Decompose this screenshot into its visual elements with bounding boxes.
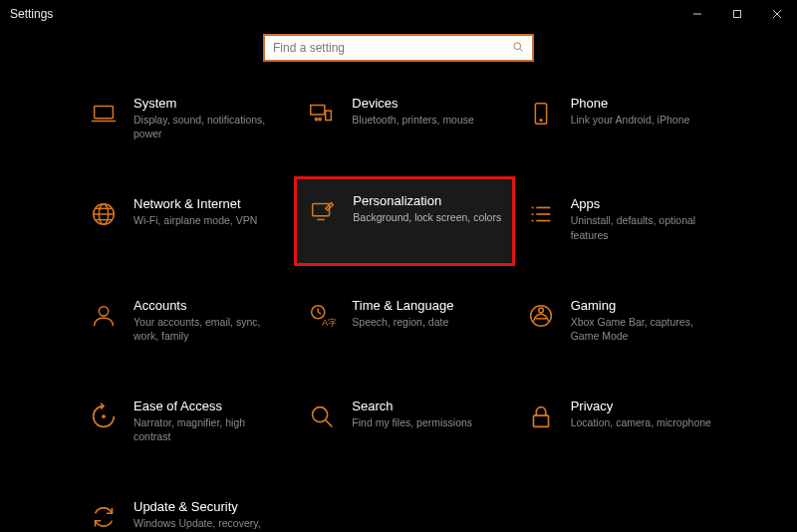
search-input[interactable]	[273, 41, 512, 55]
tile-title: Phone	[571, 96, 717, 111]
svg-rect-1	[734, 11, 741, 18]
tile-title: Devices	[352, 96, 498, 111]
tile-subtitle: Bluetooth, printers, mouse	[352, 113, 498, 127]
svg-line-30	[319, 312, 322, 314]
tile-subtitle: Display, sound, notifications, power	[133, 113, 280, 140]
svg-point-10	[316, 119, 318, 121]
tile-subtitle: Windows Update, recovery, backup	[133, 516, 280, 532]
tile-title: System	[133, 96, 280, 111]
tile-privacy[interactable]: Privacy Location, camera, microphone	[523, 393, 723, 449]
svg-rect-38	[533, 415, 548, 426]
svg-point-13	[540, 120, 542, 122]
tile-subtitle: Speech, region, date	[352, 315, 498, 329]
svg-point-4	[514, 42, 521, 49]
svg-text:A字: A字	[322, 318, 337, 328]
svg-point-36	[313, 407, 328, 422]
search-box[interactable]	[263, 34, 534, 62]
tile-subtitle: Background, lock screen, colors	[353, 210, 501, 224]
tile-title: Apps	[571, 196, 717, 211]
tile-ease-of-access[interactable]: Ease of Access Narrator, magnifier, high…	[86, 393, 286, 449]
tile-title: Update & Security	[133, 499, 280, 514]
tile-title: Network & Internet	[133, 196, 280, 211]
tile-subtitle: Location, camera, microphone	[571, 415, 717, 429]
time-language-icon: A字	[306, 300, 338, 332]
tile-system[interactable]: System Display, sound, notifications, po…	[86, 90, 286, 146]
svg-point-32	[530, 305, 551, 326]
tile-apps[interactable]: Apps Uninstall, defaults, optional featu…	[523, 190, 723, 247]
window-controls	[677, 0, 797, 28]
titlebar: Settings	[0, 0, 797, 28]
tile-subtitle: Narrator, magnifier, high contrast	[133, 415, 280, 443]
ease-of-access-icon	[88, 400, 120, 432]
svg-point-33	[538, 308, 543, 313]
tile-subtitle: Xbox Game Bar, captures, Game Mode	[571, 315, 717, 343]
search-container	[0, 34, 797, 62]
person-icon	[88, 300, 120, 332]
phone-icon	[525, 98, 557, 130]
tile-title: Privacy	[571, 399, 717, 413]
tile-personalization[interactable]: Personalization Background, lock screen,…	[294, 176, 514, 265]
svg-rect-9	[326, 111, 332, 120]
lock-icon	[525, 400, 557, 432]
svg-rect-6	[95, 107, 114, 119]
paintbrush-icon	[307, 195, 339, 227]
settings-grid: System Display, sound, notifications, po…	[0, 90, 797, 532]
tile-subtitle: Wi-Fi, airplane mode, VPN	[133, 213, 280, 227]
tile-network[interactable]: Network & Internet Wi-Fi, airplane mode,…	[86, 190, 286, 247]
window-title: Settings	[10, 7, 53, 21]
tile-title: Search	[352, 399, 498, 413]
maximize-button[interactable]	[717, 0, 757, 28]
tile-title: Ease of Access	[133, 399, 280, 413]
tile-subtitle: Link your Android, iPhone	[571, 113, 717, 127]
search-icon	[512, 41, 524, 56]
magnifier-icon	[306, 400, 338, 432]
devices-icon	[306, 98, 338, 130]
tile-accounts[interactable]: Accounts Your accounts, email, sync, wor…	[86, 292, 286, 349]
tile-phone[interactable]: Phone Link your Android, iPhone	[523, 90, 723, 146]
tile-devices[interactable]: Devices Bluetooth, printers, mouse	[304, 90, 504, 146]
tile-search[interactable]: Search Find my files, permissions	[304, 393, 504, 449]
tile-subtitle: Find my files, permissions	[352, 415, 498, 429]
tile-update-security[interactable]: Update & Security Windows Update, recove…	[86, 493, 286, 532]
svg-rect-8	[311, 106, 325, 115]
tile-subtitle: Uninstall, defaults, optional features	[571, 213, 717, 241]
svg-point-35	[102, 414, 106, 418]
svg-line-5	[520, 48, 523, 51]
svg-point-27	[99, 306, 108, 315]
tile-title: Personalization	[353, 193, 501, 208]
list-icon	[525, 198, 557, 230]
globe-icon	[88, 198, 120, 230]
gaming-icon	[525, 300, 557, 332]
sync-icon	[88, 501, 120, 532]
tile-title: Gaming	[571, 298, 717, 313]
svg-line-37	[326, 420, 333, 427]
close-button[interactable]	[757, 0, 797, 28]
tile-title: Accounts	[133, 298, 280, 313]
tile-time-language[interactable]: A字 Time & Language Speech, region, date	[304, 292, 504, 349]
laptop-icon	[88, 98, 120, 130]
tile-title: Time & Language	[352, 298, 498, 313]
svg-point-11	[319, 119, 321, 121]
minimize-button[interactable]	[677, 0, 717, 28]
tile-subtitle: Your accounts, email, sync, work, family	[133, 315, 280, 343]
tile-gaming[interactable]: Gaming Xbox Game Bar, captures, Game Mod…	[523, 292, 723, 349]
